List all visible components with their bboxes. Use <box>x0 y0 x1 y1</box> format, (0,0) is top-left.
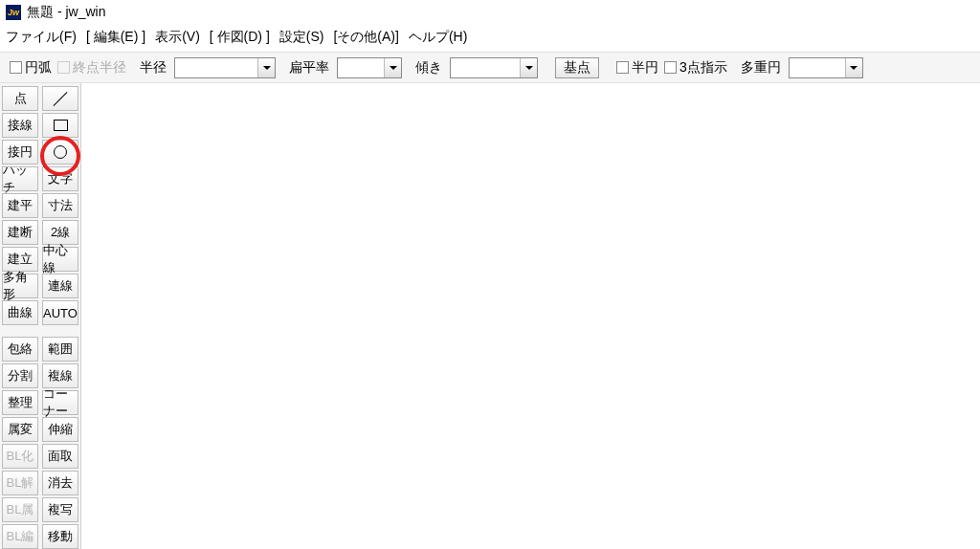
radius-combo[interactable] <box>174 57 276 78</box>
app-icon: Jw <box>6 5 21 20</box>
tilt-dropdown-icon[interactable] <box>520 58 537 77</box>
multi-circle-label: 多重円 <box>741 59 781 77</box>
multi-circle-combo[interactable] <box>789 57 863 78</box>
multi-circle-input[interactable] <box>790 58 845 77</box>
tool-square-icon[interactable] <box>42 113 78 138</box>
menu-help[interactable]: ヘルプ(H) <box>409 29 467 46</box>
menu-bar: ファイル(F) [ 編集(E) ] 表示(V) [ 作図(D) ] 設定(S) … <box>0 25 980 53</box>
menu-settings[interactable]: 設定(S) <box>279 29 324 46</box>
tool-envelope[interactable]: 包絡 <box>2 337 38 362</box>
tool-tangent-line[interactable]: 接線 <box>2 113 38 138</box>
tool-extend[interactable]: 伸縮 <box>42 417 78 442</box>
tool-bl-edit[interactable]: BL編 <box>2 524 38 549</box>
flatness-label: 扁平率 <box>289 59 329 77</box>
tool-line-icon[interactable] <box>42 86 78 111</box>
options-bar: 円弧 終点半径 半径 扁平率 傾き 基点 半円 3点指示 多重円 <box>0 53 980 83</box>
tool-chamfer[interactable]: 面取 <box>42 444 78 469</box>
arc-label: 円弧 <box>25 59 52 77</box>
end-radius-checkbox <box>57 61 70 74</box>
radius-input[interactable] <box>175 58 257 77</box>
menu-view[interactable]: 表示(V) <box>155 29 200 46</box>
tilt-input[interactable] <box>451 58 520 77</box>
tool-bl-make[interactable]: BL化 <box>2 444 38 469</box>
flatness-combo[interactable] <box>337 57 402 78</box>
tool-attribute[interactable]: 属変 <box>2 417 38 442</box>
menu-other[interactable]: [その他(A)] <box>333 29 398 46</box>
end-radius-label: 終点半径 <box>73 59 126 77</box>
multi-circle-dropdown-icon[interactable] <box>845 58 862 77</box>
tool-auto[interactable]: AUTO <box>42 300 78 325</box>
tool-polygon[interactable]: 多角形 <box>2 274 38 298</box>
menu-draw[interactable]: [ 作図(D) ] <box>210 29 270 46</box>
radius-dropdown-icon[interactable] <box>257 58 275 77</box>
tool-column-2: 文字 寸法 2線 中心線 連線 AUTO 範囲 複線 コーナー 伸縮 面取 消去… <box>40 83 80 549</box>
three-point-checkbox-group[interactable]: 3点指示 <box>664 59 727 77</box>
tool-hatch[interactable]: ハッチ <box>2 166 38 191</box>
tool-arrange[interactable]: 整理 <box>2 390 38 415</box>
semicircle-label: 半円 <box>632 59 658 77</box>
flatness-input[interactable] <box>338 58 384 77</box>
tool-delete[interactable]: 消去 <box>42 471 78 495</box>
tool-range[interactable]: 範囲 <box>42 337 78 362</box>
tool-bl-attr[interactable]: BL属 <box>2 497 38 522</box>
tool-bl-release[interactable]: BL解 <box>2 471 38 495</box>
tool-plan[interactable]: 建平 <box>2 193 38 218</box>
tilt-label: 傾き <box>415 59 442 77</box>
tool-text[interactable]: 文字 <box>42 166 78 191</box>
menu-file[interactable]: ファイル(F) <box>6 29 77 46</box>
tool-move[interactable]: 移動 <box>42 524 78 549</box>
semicircle-checkbox-group[interactable]: 半円 <box>616 59 658 77</box>
left-toolbar: 点 接線 接円 ハッチ 建平 建断 建立 多角形 曲線 包絡 分割 整理 属変 … <box>0 83 81 549</box>
arc-checkbox[interactable] <box>10 61 22 74</box>
tool-point[interactable]: 点 <box>2 86 38 111</box>
main-area: 点 接線 接円 ハッチ 建平 建断 建立 多角形 曲線 包絡 分割 整理 属変 … <box>0 83 980 549</box>
tool-section[interactable]: 建断 <box>2 220 38 245</box>
three-point-label: 3点指示 <box>679 59 727 77</box>
window-title: 無題 - jw_win <box>27 4 105 21</box>
tool-continuous-line[interactable]: 連線 <box>42 274 78 298</box>
tool-center-line[interactable]: 中心線 <box>42 247 78 272</box>
tool-circle-icon[interactable] <box>42 140 78 165</box>
tool-divide[interactable]: 分割 <box>2 363 38 388</box>
end-radius-checkbox-group: 終点半径 <box>57 59 126 77</box>
semicircle-checkbox[interactable] <box>616 61 629 74</box>
drawing-canvas[interactable] <box>81 83 980 549</box>
tool-copy[interactable]: 複写 <box>42 497 78 522</box>
three-point-checkbox[interactable] <box>664 61 677 74</box>
menu-edit[interactable]: [ 編集(E) ] <box>86 29 145 46</box>
base-point-button[interactable]: 基点 <box>555 57 599 78</box>
tool-dimension[interactable]: 寸法 <box>42 193 78 218</box>
title-bar: Jw 無題 - jw_win <box>0 0 980 25</box>
radius-label: 半径 <box>140 59 167 77</box>
tool-corner[interactable]: コーナー <box>42 390 78 415</box>
tilt-combo[interactable] <box>450 57 538 78</box>
tool-column-1: 点 接線 接円 ハッチ 建平 建断 建立 多角形 曲線 包絡 分割 整理 属変 … <box>0 83 40 549</box>
tool-curve[interactable]: 曲線 <box>2 300 38 325</box>
arc-checkbox-group[interactable]: 円弧 <box>10 59 52 77</box>
flatness-dropdown-icon[interactable] <box>384 58 401 77</box>
